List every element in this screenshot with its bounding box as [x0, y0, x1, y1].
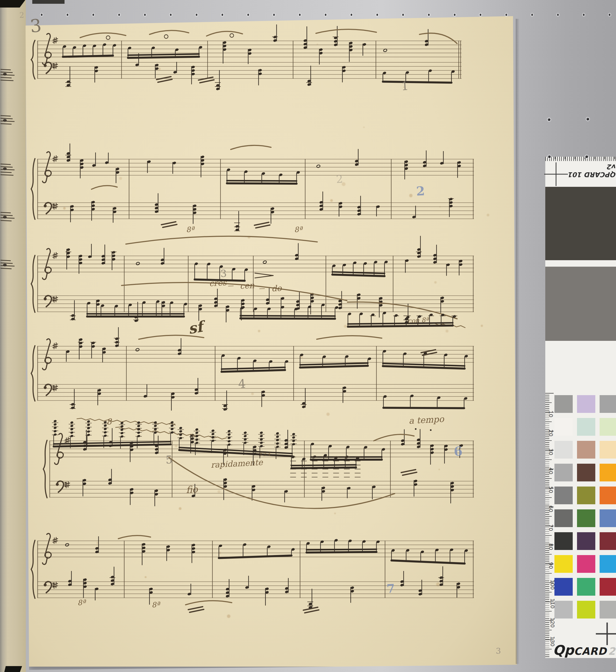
- ink-annotation: con 8ª: [407, 317, 429, 324]
- reference-dot: [557, 14, 559, 16]
- reference-dot: [402, 14, 404, 16]
- foxing-spot: [145, 576, 146, 578]
- reference-dot: [609, 14, 610, 16]
- ruler-number: 80: [548, 543, 554, 550]
- card-ruler-top-major-ticks: [545, 157, 616, 159]
- color-patch: [600, 601, 616, 619]
- color-patch: [600, 418, 616, 436]
- reference-dot: [454, 14, 456, 16]
- foxing-spot: [63, 207, 66, 209]
- rehearsal-number: 3: [220, 269, 227, 278]
- ink-annotation: cen: [239, 281, 254, 290]
- mount-hole: [548, 118, 550, 121]
- color-patch: [600, 532, 616, 550]
- card-logo-number: 201: [608, 645, 616, 657]
- ink-annotation: 8ª: [186, 226, 194, 233]
- foxing-spot: [436, 582, 440, 586]
- color-patch: [600, 395, 616, 413]
- reference-dot: [41, 14, 42, 16]
- ink-annotation: 8ª: [294, 226, 302, 233]
- foxing-spot: [439, 206, 441, 208]
- color-patch: [554, 418, 573, 436]
- color-patch: [577, 532, 595, 550]
- reference-dot: [325, 14, 327, 16]
- ink-annotation: 8: [106, 418, 112, 426]
- gray-patch-mid: [545, 267, 616, 341]
- book-binding-edge: [0, 0, 26, 672]
- reference-dot: [221, 14, 223, 16]
- color-patch: [554, 464, 573, 481]
- color-patch: [554, 395, 573, 413]
- ink-annotation: a tempo: [409, 415, 444, 425]
- color-patch: [600, 487, 616, 504]
- mount-hole: [548, 155, 551, 158]
- ruler-number: 120: [549, 617, 556, 627]
- reference-dot: [583, 14, 585, 16]
- foxing-spot: [258, 330, 260, 332]
- foxing-spot: [334, 513, 336, 514]
- reference-dot: [170, 14, 171, 16]
- reference-dot: [377, 14, 378, 16]
- color-patch: [600, 578, 616, 596]
- reference-dot: [480, 14, 481, 16]
- page-edge-shadow: [516, 19, 520, 664]
- rehearsal-number: 2: [416, 185, 425, 198]
- ink-annotation: 8ª: [151, 601, 160, 609]
- ruler-number: 50: [548, 486, 554, 493]
- color-patch: [554, 532, 573, 550]
- reference-dot: [67, 14, 68, 16]
- ink-annotation: —: [227, 283, 233, 289]
- card-title-label: QPCARD 101 v2: [567, 163, 616, 178]
- foxing-spot: [317, 44, 318, 45]
- page-number-top-left: 3: [29, 15, 42, 37]
- card-logo: QpCARD 201: [553, 642, 616, 658]
- card-white-section: [545, 341, 616, 393]
- foxing-spot: [409, 194, 413, 197]
- ruler-number: 70: [548, 524, 554, 531]
- reference-dot: [196, 14, 197, 16]
- foxing-spot: [251, 392, 254, 395]
- scan-black-strip: [32, 0, 64, 4]
- color-patch: [554, 578, 573, 596]
- ink-annotation: sf: [187, 319, 204, 336]
- color-patch: [554, 441, 573, 459]
- foxing-spot: [487, 214, 489, 216]
- color-patch: [577, 578, 595, 596]
- reference-dot: [531, 14, 533, 16]
- reference-dot: [92, 14, 94, 16]
- color-patch: [577, 464, 595, 481]
- card-gap: [545, 260, 616, 267]
- manuscript-page: [25, 15, 518, 667]
- card-logo-card: CARD: [574, 645, 607, 657]
- foxing-spot: [179, 507, 181, 510]
- ruler-number: 20: [548, 430, 554, 436]
- color-patch: [577, 418, 595, 436]
- page-number-faint: 2: [19, 11, 24, 20]
- rehearsal-number: 6: [454, 445, 463, 458]
- color-patch: [554, 487, 573, 504]
- ruler-number: 30: [548, 448, 554, 455]
- color-patch: [600, 555, 616, 573]
- color-patch: [577, 395, 595, 413]
- ink-annotation: 8ª: [77, 599, 85, 606]
- reference-dot: [118, 14, 120, 16]
- ink-annotation: cres: [209, 278, 227, 287]
- rehearsal-number: 4: [238, 378, 246, 390]
- foxing-spot: [96, 542, 98, 544]
- ruler-number: 60: [548, 505, 554, 512]
- reference-dot: [144, 14, 146, 16]
- color-patch: [554, 601, 573, 619]
- foxing-spot: [248, 236, 250, 238]
- color-patch: [600, 464, 616, 481]
- ink-annotation: fio: [186, 485, 198, 494]
- mount-hole: [585, 155, 588, 158]
- foxing-spot: [327, 413, 330, 416]
- foxing-spot: [363, 127, 364, 128]
- color-patch: [577, 441, 595, 459]
- ink-annotation: do: [271, 284, 282, 293]
- mount-hole: [586, 118, 589, 120]
- color-patch: [577, 487, 595, 504]
- rehearsal-number: 1: [401, 80, 409, 92]
- gray-patch-dark: [545, 187, 616, 260]
- reference-dot: [247, 14, 249, 16]
